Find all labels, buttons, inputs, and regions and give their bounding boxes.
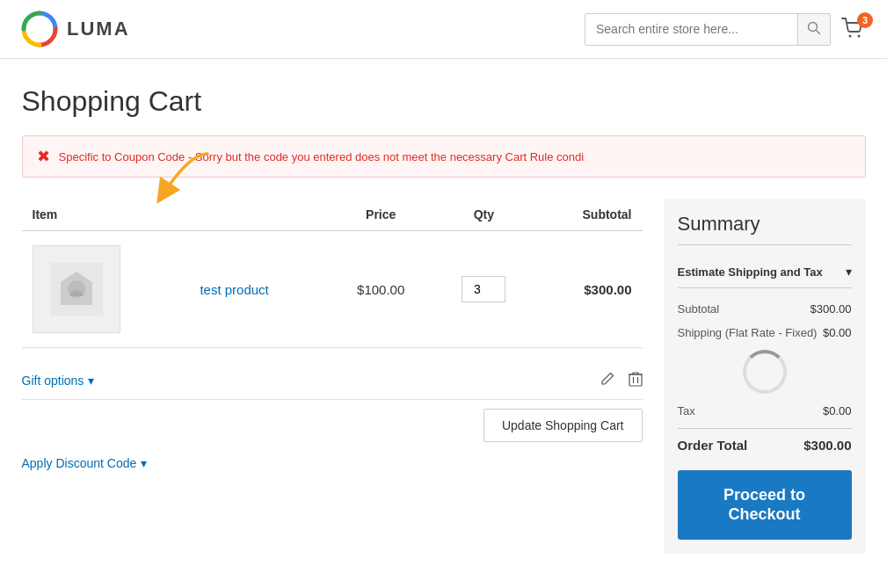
gift-options-button[interactable]: Gift options ▾	[22, 374, 95, 388]
apply-discount-label: Apply Discount Code	[22, 456, 137, 470]
apply-discount-button[interactable]: Apply Discount Code ▾	[22, 456, 148, 470]
action-icons	[600, 371, 643, 390]
subtotal-value: $300.00	[811, 302, 852, 316]
svg-point-1	[809, 22, 818, 31]
delete-item-button[interactable]	[629, 371, 643, 390]
product-image-cell	[22, 231, 190, 348]
luma-logo-icon	[21, 11, 58, 47]
page-title: Shopping Cart	[22, 85, 866, 118]
summary-subtotal-row: Subtotal $300.00	[678, 297, 852, 321]
search-input[interactable]	[585, 15, 797, 43]
cart-table: Item Price Qty Subtotal	[22, 199, 643, 348]
logo-text: LUMA	[67, 18, 130, 40]
error-icon: ✖	[37, 147, 50, 166]
product-subtotal: $300.00	[584, 282, 631, 297]
shipping-label: Shipping (Flat Rate - Fixed)	[678, 326, 818, 339]
gift-options-label: Gift options	[22, 374, 84, 388]
summary-total-row: Order Total $300.00	[678, 428, 852, 458]
logo-area: LUMA	[21, 11, 130, 47]
product-price: $100.00	[357, 282, 404, 297]
error-message: Specific to Coupon Code - Sorry but the …	[59, 150, 585, 163]
product-name: test product	[200, 282, 268, 297]
gift-options-row: Gift options ▾	[22, 362, 643, 400]
svg-rect-8	[629, 374, 642, 386]
svg-point-3	[849, 34, 852, 37]
subtotal-label: Subtotal	[678, 302, 720, 316]
product-qty-cell	[433, 231, 534, 348]
cart-count-badge: 3	[857, 12, 873, 28]
cart-main: Item Price Qty Subtotal	[22, 199, 643, 470]
apply-discount-section: Apply Discount Code ▾	[22, 456, 643, 470]
product-placeholder-icon	[50, 263, 103, 316]
loading-spinner-area	[678, 350, 852, 394]
update-cart-button[interactable]: Update Shopping Cart	[483, 409, 643, 442]
summary-shipping-row: Shipping (Flat Rate - Fixed) $0.00	[678, 321, 852, 345]
product-subtotal-cell: $300.00	[534, 231, 642, 348]
summary-panel: Summary Estimate Shipping and Tax ▾ Subt…	[664, 199, 866, 554]
estimate-shipping-row[interactable]: Estimate Shipping and Tax ▾	[678, 256, 852, 288]
svg-point-4	[858, 34, 861, 37]
loading-spinner	[743, 350, 787, 394]
product-image	[33, 245, 120, 333]
proceed-to-checkout-button[interactable]: Proceed toCheckout	[678, 470, 852, 540]
edit-icon	[600, 372, 614, 386]
cart-icon-wrap: 3	[841, 18, 866, 41]
svg-line-2	[817, 30, 821, 34]
summary-title: Summary	[678, 213, 852, 245]
col-qty: Qty	[433, 199, 534, 231]
cart-area[interactable]: 3	[841, 18, 866, 41]
shipping-value: $0.00	[823, 326, 852, 339]
search-button[interactable]	[797, 14, 830, 45]
search-icon	[807, 21, 821, 35]
error-banner: ✖ Specific to Coupon Code - Sorry but th…	[22, 135, 866, 178]
edit-item-button[interactable]	[600, 371, 614, 390]
header-right: 3	[585, 13, 866, 46]
table-row: test product $100.00 $300.00	[22, 231, 643, 348]
apply-discount-chevron-icon: ▾	[141, 456, 147, 470]
tax-value: $0.00	[823, 404, 852, 417]
gift-options-chevron-icon: ▾	[88, 374, 94, 388]
col-subtotal: Subtotal	[534, 199, 642, 231]
header: LUMA 3	[0, 0, 887, 59]
estimate-shipping-label: Estimate Shipping and Tax	[678, 265, 823, 279]
order-total-label: Order Total	[678, 438, 748, 453]
col-price: Price	[328, 199, 433, 231]
qty-input[interactable]	[462, 276, 505, 302]
summary-tax-row: Tax $0.00	[678, 399, 852, 423]
search-bar	[585, 13, 831, 46]
tax-label: Tax	[678, 404, 695, 417]
main-content: Shopping Cart ✖ Specific to Coupon Code …	[4, 59, 883, 580]
order-total-value: $300.00	[803, 438, 851, 453]
cart-layout: Item Price Qty Subtotal	[22, 199, 866, 554]
trash-icon	[629, 371, 643, 387]
estimate-shipping-chevron-icon: ▾	[846, 265, 852, 279]
product-name-cell: test product	[189, 231, 328, 348]
product-price-cell: $100.00	[328, 231, 433, 348]
update-cart-row: Update Shopping Cart	[22, 409, 643, 442]
proceed-label: Proceed toCheckout	[723, 486, 805, 523]
col-item: Item	[22, 199, 328, 231]
